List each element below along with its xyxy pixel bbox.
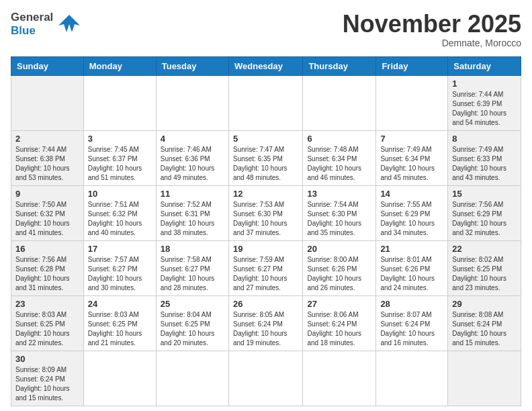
table-row: [228, 75, 302, 130]
table-row: 13Sunrise: 7:54 AM Sunset: 6:30 PM Dayli…: [303, 185, 376, 240]
table-row: 23Sunrise: 8:03 AM Sunset: 6:25 PM Dayli…: [11, 295, 84, 351]
day-info: Sunrise: 8:05 AM Sunset: 6:24 PM Dayligh…: [233, 310, 298, 348]
day-number: 7: [380, 134, 443, 144]
day-number: 25: [161, 299, 224, 309]
day-number: 6: [307, 134, 371, 144]
table-row: [83, 75, 156, 130]
logo-general: General: [11, 11, 53, 24]
table-row: [303, 75, 376, 130]
table-row: 14Sunrise: 7:55 AM Sunset: 6:29 PM Dayli…: [376, 185, 448, 240]
table-row: [376, 75, 448, 130]
day-info: Sunrise: 8:02 AM Sunset: 6:25 PM Dayligh…: [452, 255, 517, 293]
day-number: 29: [452, 299, 517, 309]
logo: General Blue: [11, 11, 81, 38]
day-number: 16: [15, 244, 79, 254]
day-number: 14: [380, 189, 443, 199]
day-number: 12: [233, 189, 298, 199]
day-number: 11: [161, 189, 224, 199]
table-row: 8Sunrise: 7:49 AM Sunset: 6:33 PM Daylig…: [448, 130, 521, 185]
day-number: 15: [452, 189, 517, 199]
day-info: Sunrise: 7:52 AM Sunset: 6:31 PM Dayligh…: [161, 200, 224, 238]
table-row: [448, 351, 521, 406]
day-number: 23: [15, 299, 79, 309]
day-number: 27: [307, 299, 371, 309]
day-info: Sunrise: 8:07 AM Sunset: 6:24 PM Dayligh…: [380, 310, 443, 348]
day-info: Sunrise: 7:46 AM Sunset: 6:36 PM Dayligh…: [161, 145, 224, 183]
week-row-2: 2Sunrise: 7:44 AM Sunset: 6:38 PM Daylig…: [11, 130, 521, 185]
day-info: Sunrise: 8:08 AM Sunset: 6:24 PM Dayligh…: [452, 310, 517, 348]
table-row: 4Sunrise: 7:46 AM Sunset: 6:36 PM Daylig…: [156, 130, 228, 185]
week-row-5: 23Sunrise: 8:03 AM Sunset: 6:25 PM Dayli…: [11, 295, 521, 351]
day-info: Sunrise: 8:06 AM Sunset: 6:24 PM Dayligh…: [307, 310, 371, 348]
table-row: 28Sunrise: 8:07 AM Sunset: 6:24 PM Dayli…: [376, 295, 448, 351]
day-number: 30: [15, 354, 79, 364]
table-row: 11Sunrise: 7:52 AM Sunset: 6:31 PM Dayli…: [156, 185, 228, 240]
day-number: 8: [452, 134, 517, 144]
table-row: 3Sunrise: 7:45 AM Sunset: 6:37 PM Daylig…: [83, 130, 156, 185]
table-row: 2Sunrise: 7:44 AM Sunset: 6:38 PM Daylig…: [11, 130, 84, 185]
weekday-header-tuesday: Tuesday: [156, 56, 228, 75]
day-number: 24: [88, 299, 152, 309]
day-number: 10: [88, 189, 152, 199]
table-row: 22Sunrise: 8:02 AM Sunset: 6:25 PM Dayli…: [448, 240, 521, 295]
table-row: 10Sunrise: 7:51 AM Sunset: 6:32 PM Dayli…: [83, 185, 156, 240]
title-block: November 2025 Demnate, Morocco: [343, 11, 521, 48]
day-info: Sunrise: 7:50 AM Sunset: 6:32 PM Dayligh…: [15, 200, 79, 238]
day-info: Sunrise: 7:49 AM Sunset: 6:33 PM Dayligh…: [452, 145, 517, 183]
day-info: Sunrise: 8:03 AM Sunset: 6:25 PM Dayligh…: [88, 310, 152, 348]
day-number: 1: [452, 79, 517, 89]
calendar-table: SundayMondayTuesdayWednesdayThursdayFrid…: [11, 56, 521, 406]
day-info: Sunrise: 7:45 AM Sunset: 6:37 PM Dayligh…: [88, 145, 152, 183]
day-info: Sunrise: 7:56 AM Sunset: 6:29 PM Dayligh…: [452, 200, 517, 238]
day-info: Sunrise: 7:48 AM Sunset: 6:34 PM Dayligh…: [307, 145, 371, 183]
day-number: 18: [161, 244, 224, 254]
week-row-3: 9Sunrise: 7:50 AM Sunset: 6:32 PM Daylig…: [11, 185, 521, 240]
day-info: Sunrise: 7:44 AM Sunset: 6:38 PM Dayligh…: [15, 145, 79, 183]
table-row: 29Sunrise: 8:08 AM Sunset: 6:24 PM Dayli…: [448, 295, 521, 351]
logo-blue: Blue: [11, 24, 53, 38]
day-info: Sunrise: 7:53 AM Sunset: 6:30 PM Dayligh…: [233, 200, 298, 238]
table-row: 1Sunrise: 7:44 AM Sunset: 6:39 PM Daylig…: [448, 75, 521, 130]
day-info: Sunrise: 7:54 AM Sunset: 6:30 PM Dayligh…: [307, 200, 371, 238]
weekday-header-monday: Monday: [83, 56, 156, 75]
day-info: Sunrise: 7:44 AM Sunset: 6:39 PM Dayligh…: [452, 90, 517, 128]
day-number: 3: [88, 134, 152, 144]
table-row: [11, 75, 84, 130]
location: Demnate, Morocco: [343, 38, 521, 48]
header: General Blue November 2025 Demnate, Moro…: [11, 11, 521, 48]
day-number: 22: [452, 244, 517, 254]
table-row: 21Sunrise: 8:01 AM Sunset: 6:26 PM Dayli…: [376, 240, 448, 295]
day-info: Sunrise: 7:56 AM Sunset: 6:28 PM Dayligh…: [15, 255, 79, 293]
table-row: 18Sunrise: 7:58 AM Sunset: 6:27 PM Dayli…: [156, 240, 228, 295]
day-info: Sunrise: 8:09 AM Sunset: 6:24 PM Dayligh…: [15, 365, 79, 403]
day-number: 26: [233, 299, 298, 309]
table-row: 9Sunrise: 7:50 AM Sunset: 6:32 PM Daylig…: [11, 185, 84, 240]
table-row: [376, 351, 448, 406]
day-info: Sunrise: 7:57 AM Sunset: 6:27 PM Dayligh…: [88, 255, 152, 293]
day-number: 20: [307, 244, 371, 254]
table-row: [83, 351, 156, 406]
svg-marker-0: [58, 15, 80, 32]
weekday-header-friday: Friday: [376, 56, 448, 75]
day-info: Sunrise: 7:49 AM Sunset: 6:34 PM Dayligh…: [380, 145, 443, 183]
table-row: 19Sunrise: 7:59 AM Sunset: 6:27 PM Dayli…: [228, 240, 302, 295]
day-info: Sunrise: 7:51 AM Sunset: 6:32 PM Dayligh…: [88, 200, 152, 238]
day-number: 9: [15, 189, 79, 199]
weekday-header-sunday: Sunday: [11, 56, 84, 75]
weekday-header-thursday: Thursday: [303, 56, 376, 75]
day-info: Sunrise: 7:58 AM Sunset: 6:27 PM Dayligh…: [161, 255, 224, 293]
day-info: Sunrise: 7:47 AM Sunset: 6:35 PM Dayligh…: [233, 145, 298, 183]
table-row: 6Sunrise: 7:48 AM Sunset: 6:34 PM Daylig…: [303, 130, 376, 185]
table-row: 16Sunrise: 7:56 AM Sunset: 6:28 PM Dayli…: [11, 240, 84, 295]
table-row: 5Sunrise: 7:47 AM Sunset: 6:35 PM Daylig…: [228, 130, 302, 185]
week-row-6: 30Sunrise: 8:09 AM Sunset: 6:24 PM Dayli…: [11, 351, 521, 406]
day-info: Sunrise: 8:04 AM Sunset: 6:25 PM Dayligh…: [161, 310, 224, 348]
day-info: Sunrise: 8:00 AM Sunset: 6:26 PM Dayligh…: [307, 255, 371, 293]
day-info: Sunrise: 8:01 AM Sunset: 6:26 PM Dayligh…: [380, 255, 443, 293]
day-number: 2: [15, 134, 79, 144]
table-row: [228, 351, 302, 406]
day-number: 17: [88, 244, 152, 254]
day-info: Sunrise: 7:55 AM Sunset: 6:29 PM Dayligh…: [380, 200, 443, 238]
day-number: 5: [233, 134, 298, 144]
table-row: [156, 351, 228, 406]
